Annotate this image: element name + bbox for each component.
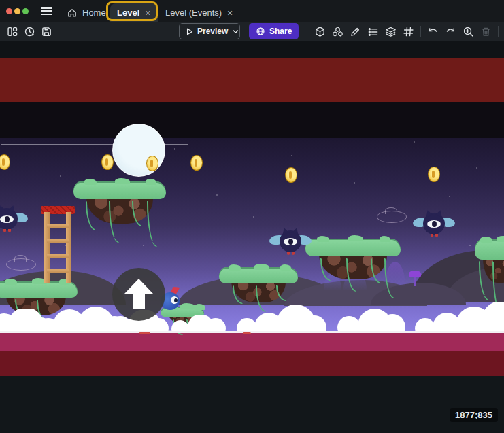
star xyxy=(476,167,477,169)
ladder[interactable] xyxy=(43,206,73,283)
coin[interactable] xyxy=(285,167,297,183)
coin[interactable] xyxy=(190,155,203,171)
toolbar: Preview Share xyxy=(0,22,504,41)
divider xyxy=(420,26,421,37)
bat-enemy[interactable] xyxy=(414,211,454,239)
edit-pencil-icon[interactable] xyxy=(350,26,361,37)
app-window: Home Level × Level (Events) × xyxy=(0,0,504,433)
objects-cube-icon[interactable] xyxy=(314,26,326,37)
layers-icon[interactable] xyxy=(385,26,397,37)
window-maximize-button[interactable] xyxy=(22,8,29,14)
delete-icon[interactable] xyxy=(480,26,492,37)
divider xyxy=(498,26,499,37)
preview-dropdown-button[interactable] xyxy=(232,24,239,39)
instances-list-icon[interactable] xyxy=(367,26,379,37)
grid-icon[interactable] xyxy=(403,26,414,37)
jump-arrow-button[interactable] xyxy=(112,268,165,321)
titlebar: Home Level × Level (Events) × xyxy=(0,0,504,22)
cloud xyxy=(415,302,504,333)
cloud xyxy=(171,315,226,333)
ufo-outline-decoration xyxy=(377,211,407,223)
preview-label: Preview xyxy=(196,27,232,36)
canvas-outside-area xyxy=(0,376,504,433)
mushroom-stem xyxy=(414,275,416,286)
share-label: Share xyxy=(269,27,292,36)
history-icon[interactable] xyxy=(24,26,35,37)
tab-events-label: Level (Events) xyxy=(165,7,222,18)
window-minimize-button[interactable] xyxy=(14,8,20,14)
tab-level[interactable]: Level × xyxy=(110,3,158,22)
close-icon[interactable]: × xyxy=(226,7,233,18)
platform-grass xyxy=(305,239,401,256)
bat-enemy[interactable] xyxy=(0,207,27,234)
platform-grass xyxy=(0,281,78,298)
star xyxy=(414,141,415,143)
platform-grass xyxy=(73,181,166,199)
panel-layout-icon[interactable] xyxy=(7,26,18,37)
vine xyxy=(276,285,286,301)
star xyxy=(291,155,292,156)
vine xyxy=(147,201,157,247)
coin[interactable] xyxy=(428,167,440,182)
coin[interactable] xyxy=(146,156,158,171)
vine xyxy=(86,201,96,230)
moon xyxy=(112,124,165,177)
coin[interactable] xyxy=(101,154,114,170)
undo-icon[interactable] xyxy=(427,26,439,37)
vine xyxy=(320,258,331,281)
star xyxy=(216,194,218,196)
cursor-coordinates: 1877;835 xyxy=(450,408,498,422)
star xyxy=(253,216,254,218)
cloud xyxy=(237,305,326,333)
play-icon xyxy=(184,27,195,37)
globe-icon xyxy=(256,27,265,36)
ufo-outline-decoration xyxy=(6,258,36,271)
cloud xyxy=(337,309,405,333)
platform-grass xyxy=(475,239,504,260)
vine xyxy=(346,258,356,292)
chevron-down-icon xyxy=(232,28,239,35)
sky-dark-zone xyxy=(0,102,504,138)
ground-line xyxy=(0,331,504,333)
vine xyxy=(233,285,243,304)
window-close-button[interactable] xyxy=(6,8,12,14)
vine xyxy=(109,201,119,243)
mushroom-cap xyxy=(409,271,421,277)
menu-icon[interactable] xyxy=(41,7,52,15)
vine xyxy=(384,258,394,298)
share-button[interactable]: Share xyxy=(249,23,299,39)
tab-home[interactable]: Home xyxy=(60,3,113,22)
star xyxy=(469,245,471,246)
tab-home-label: Home xyxy=(82,7,106,18)
vine xyxy=(371,258,381,283)
bat-enemy[interactable] xyxy=(271,229,310,256)
ground-debris xyxy=(139,332,150,334)
zoom-in-icon[interactable] xyxy=(463,26,474,37)
platform-grass xyxy=(219,267,298,283)
tab-level-events[interactable]: Level (Events) × xyxy=(158,3,240,22)
vine xyxy=(479,261,489,300)
scene-editor-canvas[interactable]: 1877;835 xyxy=(0,41,504,433)
star xyxy=(354,182,355,184)
arrow-up-icon xyxy=(112,268,165,321)
close-icon[interactable]: × xyxy=(144,7,151,18)
star xyxy=(449,196,450,197)
ground-debris xyxy=(243,332,251,334)
redo-icon[interactable] xyxy=(445,26,456,37)
tab-level-label: Level xyxy=(117,7,139,18)
object-groups-icon[interactable] xyxy=(332,26,343,37)
preview-button[interactable]: Preview xyxy=(179,23,240,39)
save-icon[interactable] xyxy=(41,26,52,37)
home-icon xyxy=(67,7,78,18)
top-barrier-bar[interactable] xyxy=(0,58,504,102)
